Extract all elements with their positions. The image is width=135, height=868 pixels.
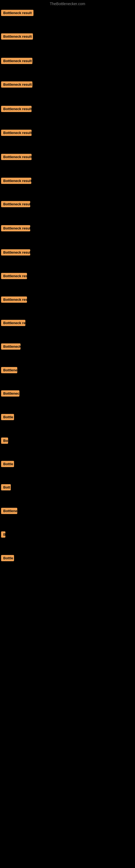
bottleneck-badge-6[interactable]: Bottleneck result bbox=[1, 130, 32, 136]
bottleneck-badge-8[interactable]: Bottleneck result bbox=[1, 178, 31, 184]
bottleneck-badge-24[interactable]: Bottle bbox=[1, 555, 14, 561]
result-row-5: Bottleneck result bbox=[0, 104, 33, 115]
result-row-16: Bottlene bbox=[0, 365, 18, 376]
bottleneck-badge-14[interactable]: Bottleneck result bbox=[1, 320, 26, 326]
bottleneck-badge-10[interactable]: Bottleneck result bbox=[1, 225, 30, 231]
bottleneck-badge-18[interactable]: Bottle bbox=[1, 414, 14, 420]
bottleneck-badge-15[interactable]: Bottleneck r bbox=[1, 343, 20, 350]
bottleneck-badge-12[interactable]: Bottleneck resul bbox=[1, 273, 27, 279]
result-row-13: Bottleneck result bbox=[0, 294, 28, 306]
result-row-20: Bottle bbox=[0, 459, 15, 470]
bottleneck-badge-13[interactable]: Bottleneck result bbox=[1, 297, 27, 303]
result-row-21: Bott bbox=[0, 482, 12, 494]
result-row-11: Bottleneck result bbox=[0, 247, 31, 259]
result-row-2: Bottleneck result bbox=[0, 31, 34, 43]
result-row-22: Bottlene bbox=[0, 506, 18, 517]
bottleneck-badge-9[interactable]: Bottleneck result bbox=[1, 201, 30, 207]
result-row-8: Bottleneck result bbox=[0, 176, 32, 187]
bottleneck-badge-23[interactable]: B bbox=[1, 531, 5, 538]
result-row-10: Bottleneck result bbox=[0, 223, 31, 235]
bottleneck-badge-7[interactable]: Bottleneck result bbox=[1, 154, 32, 160]
result-row-18: Bottle bbox=[0, 412, 15, 424]
bottleneck-badge-19[interactable]: Bo bbox=[1, 437, 8, 444]
result-row-9: Bottleneck result bbox=[0, 199, 31, 211]
result-row-24: Bottle bbox=[0, 553, 15, 564]
result-row-7: Bottleneck result bbox=[0, 152, 33, 163]
site-title: TheBottlenecker.com bbox=[0, 0, 135, 8]
result-row-6: Bottleneck result bbox=[0, 127, 33, 139]
result-row-15: Bottleneck r bbox=[0, 341, 21, 353]
result-row-14: Bottleneck result bbox=[0, 318, 27, 329]
bottleneck-badge-1[interactable]: Bottleneck result bbox=[1, 10, 34, 16]
result-row-1: Bottleneck result bbox=[0, 8, 35, 19]
results-container: Bottleneck resultBottleneck resultBottle… bbox=[0, 8, 135, 848]
bottleneck-badge-11[interactable]: Bottleneck result bbox=[1, 249, 30, 255]
result-row-19: Bo bbox=[0, 435, 9, 447]
result-row-3: Bottleneck result bbox=[0, 56, 34, 67]
bottleneck-badge-22[interactable]: Bottlene bbox=[1, 508, 17, 514]
result-row-23: B bbox=[0, 529, 6, 541]
bottleneck-badge-16[interactable]: Bottlene bbox=[1, 367, 17, 373]
result-row-17: Bottleneck bbox=[0, 388, 20, 400]
result-row-4: Bottleneck result bbox=[0, 79, 34, 91]
bottleneck-badge-17[interactable]: Bottleneck bbox=[1, 390, 19, 397]
bottleneck-badge-5[interactable]: Bottleneck result bbox=[1, 106, 32, 112]
bottleneck-badge-4[interactable]: Bottleneck result bbox=[1, 82, 32, 88]
bottleneck-badge-21[interactable]: Bott bbox=[1, 484, 11, 490]
bottleneck-badge-20[interactable]: Bottle bbox=[1, 461, 14, 467]
bottleneck-badge-3[interactable]: Bottleneck result bbox=[1, 58, 32, 64]
bottleneck-badge-2[interactable]: Bottleneck result bbox=[1, 33, 33, 40]
result-row-12: Bottleneck resul bbox=[0, 271, 28, 282]
